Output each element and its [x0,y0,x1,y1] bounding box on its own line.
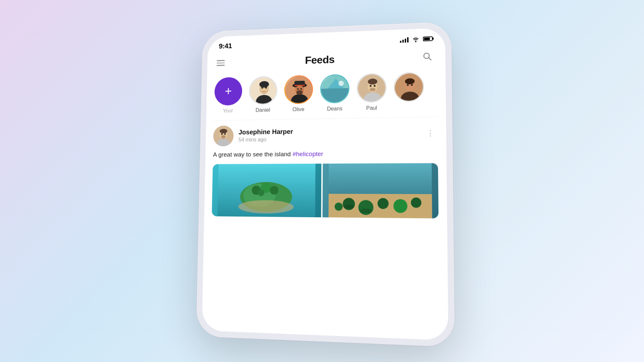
avatar-image-olive [285,76,312,103]
signal-bar-1 [400,41,401,43]
avatar-image-deans [321,75,348,103]
story-label-your: Your [223,108,233,114]
post-avatar [213,125,233,146]
story-avatar-paul [357,73,387,103]
status-time: 9:41 [219,42,232,51]
svg-point-61 [335,202,343,210]
post-text: A great way to see the island #helicopte… [213,148,438,160]
story-item-olive[interactable]: Olive [284,75,313,113]
avatar-inner-olive [285,76,312,103]
story-item-deans[interactable]: Deans [320,74,350,112]
avatar-image-e [395,73,424,102]
post-author: Josephine Harper 54 mins ago [213,125,293,146]
search-icon [423,52,432,61]
story-label-deans: Deans [327,106,342,112]
app-content: Feeds + Your [202,45,448,341]
story-label-daniel: Daniel [256,107,270,113]
status-icons [400,36,433,43]
more-options-button[interactable]: ⋮ [424,126,438,141]
story-ring-deans [320,74,349,104]
story-item-paul[interactable]: Paul [357,73,387,112]
story-item-daniel[interactable]: Daniel [249,76,278,114]
svg-point-0 [415,41,416,42]
post-images [212,163,438,218]
signal-bars-icon [400,37,409,43]
svg-rect-20 [321,88,348,103]
menu-button[interactable] [217,60,225,66]
wifi-icon [412,36,420,42]
post-image-1[interactable] [212,164,321,217]
post-card: Josephine Harper 54 mins ago ⋮ A great w… [212,122,438,218]
story-avatar-daniel [249,76,277,105]
notch [293,32,353,45]
post-time: 54 mins ago [238,136,293,143]
aerial-palms-image [322,163,438,218]
menu-line-2 [217,62,225,63]
post-author-info: Josephine Harper 54 mins ago [238,128,293,143]
post-image-2[interactable] [322,163,438,218]
menu-line-1 [217,60,225,61]
search-button[interactable] [420,49,435,64]
aerial-island-image [212,164,321,217]
post-author-name: Josephine Harper [238,128,293,136]
post-header: Josephine Harper 54 mins ago ⋮ [213,122,438,146]
add-story-button[interactable]: + [214,77,243,106]
story-ring-olive [284,75,313,104]
feed-section: Josephine Harper 54 mins ago ⋮ A great w… [202,117,448,341]
stories-row: + Your [206,68,446,121]
story-label-olive: Olive [292,107,305,113]
plus-icon: + [225,85,232,97]
story-label-paul: Paul [366,105,377,111]
avatar-image-paul [358,74,386,102]
post-text-content: A great way to see the island [213,150,291,158]
battery-fill [424,38,430,41]
post-avatar-image [213,125,233,146]
svg-rect-52 [217,164,315,217]
story-item-e-partial[interactable] [394,72,424,102]
page-title: Feeds [305,53,334,66]
signal-bar-3 [405,39,406,43]
signal-bar-4 [407,37,409,43]
story-avatar-e [394,72,424,102]
battery-icon [423,36,433,41]
avatar-inner-paul [358,74,386,102]
avatar-image-daniel [250,77,276,104]
svg-line-2 [429,58,431,60]
menu-line-3 [217,65,225,66]
svg-point-58 [378,198,389,209]
phone-screen: 9:41 [202,28,448,341]
avatar-inner-deans [321,75,348,103]
post-hashtag[interactable]: #helicopter [292,150,323,157]
phone-device: 9:41 [196,22,455,347]
avatar-inner-daniel [250,77,276,104]
signal-bar-2 [402,40,404,43]
story-item-your[interactable]: + Your [214,77,243,114]
